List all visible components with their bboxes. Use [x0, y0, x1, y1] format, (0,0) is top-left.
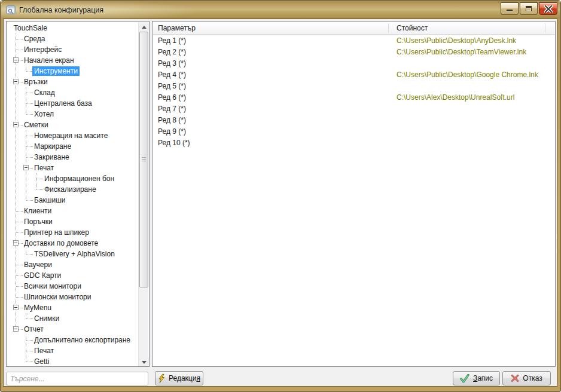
tree-item-label[interactable]: Сметки — [22, 120, 50, 130]
tree-item-label[interactable]: Фискализиране — [42, 185, 98, 194]
table-row[interactable]: Ред 5 (*) — [153, 81, 554, 92]
tree-item-label[interactable]: Всички монитори — [22, 281, 83, 291]
table-row[interactable]: Ред 9 (*) — [153, 126, 554, 137]
tree-item[interactable]: MyMenu — [7, 302, 138, 313]
tree-item[interactable]: Фискализиране — [7, 184, 138, 195]
tree-item[interactable]: Допълнително експортиране — [7, 335, 138, 345]
tree-item-label[interactable]: Хотел — [32, 109, 56, 119]
cancel-button[interactable]: Отказ — [502, 371, 551, 385]
tree-item-label[interactable]: MyMenu — [22, 303, 53, 313]
table-row[interactable]: Ред 6 (*)C:\Users\Alex\Desktop\UnrealSof… — [153, 92, 554, 103]
tree-item[interactable]: Принтер на шпикер — [7, 227, 138, 238]
tree-item-label[interactable]: Бакшиши — [32, 195, 67, 205]
column-separator[interactable] — [545, 23, 545, 33]
tree-item[interactable]: Номерация на масите — [7, 130, 138, 141]
expander-minus-icon[interactable] — [13, 326, 19, 332]
table-row[interactable]: Ред 7 (*) — [153, 103, 554, 115]
column-header-value[interactable]: Стойност — [397, 24, 428, 32]
minimize-button[interactable] — [501, 2, 519, 15]
tree-item-label[interactable]: Печат — [32, 163, 56, 173]
expander-minus-icon[interactable] — [13, 122, 19, 127]
tree-item[interactable]: Печат — [7, 345, 138, 356]
tree-item[interactable]: Хотел — [7, 109, 138, 120]
tree-item[interactable]: Централена база — [7, 98, 138, 109]
value-cell[interactable]: C:\Users\Public\Desktop\AnyDesk.lnk — [397, 36, 516, 45]
tree-item-label[interactable]: Принтер на шпикер — [22, 228, 91, 237]
tree-item-label[interactable]: Клиенти — [22, 206, 53, 216]
tree-item[interactable]: Шпионски монитори — [7, 292, 138, 302]
value-cell[interactable]: C:\Users\Alex\Desktop\UnrealSoft.url — [397, 93, 514, 102]
close-button[interactable] — [539, 2, 557, 15]
edit-button[interactable]: Редакция — [155, 371, 203, 385]
tree-item-label[interactable]: TSDelivery + AlphaVision — [32, 249, 117, 259]
param-cell[interactable]: Ред 7 (*) — [158, 105, 186, 113]
tree-item-label[interactable]: Доставки по домовете — [22, 238, 100, 248]
tree-item-label[interactable]: Маркиране — [32, 142, 73, 151]
scroll-up-button[interactable] — [139, 22, 149, 32]
tree-item-label[interactable]: Номерация на масите — [32, 131, 109, 140]
expander-minus-icon[interactable] — [13, 57, 19, 63]
tree-item-label[interactable]: Допълнително експортиране — [32, 335, 132, 345]
tree-item[interactable]: Ваучери — [7, 259, 138, 270]
tree-item[interactable]: Инструменти — [7, 66, 138, 76]
tree-item-label[interactable]: Среда — [22, 34, 47, 44]
table-row[interactable]: Ред 2 (*)C:\Users\Public\Desktop\TeamVie… — [153, 47, 554, 58]
tree-item-label[interactable]: GDC Карти — [22, 271, 63, 280]
param-cell[interactable]: Ред 5 (*) — [158, 82, 186, 90]
tree-item[interactable]: Снимки — [7, 313, 138, 324]
tree-item[interactable]: Закриване — [7, 152, 138, 163]
param-cell[interactable]: Ред 4 (*) — [158, 71, 186, 79]
table-row[interactable]: Ред 10 (*) — [153, 137, 554, 149]
table-row[interactable]: Ред 4 (*)C:\Users\Public\Desktop\Google … — [153, 69, 554, 81]
tree-item[interactable]: Печат — [7, 163, 138, 173]
tree-item-label[interactable]: Информационен бон — [42, 174, 116, 183]
tree-item[interactable]: Интерфейс — [7, 44, 138, 55]
tree-item[interactable]: Информационен бон — [7, 173, 138, 184]
param-cell[interactable]: Ред 3 (*) — [158, 59, 186, 68]
expander-minus-icon[interactable] — [13, 305, 19, 310]
expander-minus-icon[interactable] — [13, 79, 19, 84]
tree-item-label[interactable]: Централена база — [32, 99, 94, 108]
column-header-parameter[interactable]: Параметър — [158, 24, 196, 32]
expander-minus-icon[interactable] — [23, 165, 29, 170]
param-cell[interactable]: Ред 10 (*) — [158, 139, 190, 147]
tree-item-label[interactable]: Ваучери — [22, 260, 54, 270]
value-cell[interactable]: C:\Users\Public\Desktop\TeamViewer.lnk — [397, 48, 526, 56]
column-separator[interactable] — [388, 23, 389, 33]
param-cell[interactable]: Ред 6 (*) — [158, 93, 186, 102]
tree-item-label[interactable]: Интерфейс — [22, 45, 63, 54]
tree-item[interactable]: Getti — [7, 356, 138, 367]
tree-item[interactable]: Доставки по домовете — [7, 238, 138, 249]
title-bar[interactable]: Глобална конфигурация — [1, 1, 560, 19]
param-cell[interactable]: Ред 9 (*) — [158, 127, 186, 136]
tree-item[interactable]: Всички монитори — [7, 281, 138, 292]
tree-item[interactable]: GDC Карти — [7, 270, 138, 281]
expander-minus-icon[interactable] — [13, 240, 19, 246]
tree-item[interactable]: Склад — [7, 87, 138, 98]
scroll-down-button[interactable] — [139, 357, 149, 367]
save-button[interactable]: Запис — [453, 371, 500, 385]
tree-item[interactable]: Сметки — [7, 120, 138, 130]
tree-item[interactable]: Бакшиши — [7, 195, 138, 206]
tree-item[interactable]: TouchSale — [7, 23, 138, 33]
scrollbar-thumb[interactable] — [139, 32, 148, 287]
table-row[interactable]: Ред 8 (*) — [153, 115, 554, 126]
tree-item-label[interactable]: Връзки — [22, 77, 50, 87]
tree-item-label[interactable]: Поръчки — [22, 217, 54, 226]
param-cell[interactable]: Ред 8 (*) — [158, 116, 186, 124]
tree-item[interactable]: Клиенти — [7, 206, 138, 216]
tree-item-label[interactable]: TouchSale — [12, 23, 49, 33]
tree-scrollbar[interactable] — [138, 22, 148, 367]
tree-item[interactable]: Начален екран — [7, 55, 138, 66]
tree-item[interactable]: Поръчки — [7, 216, 138, 227]
tree-item-label[interactable]: Шпионски монитори — [22, 292, 93, 302]
search-input[interactable] — [6, 372, 148, 385]
tree-item-label[interactable]: Снимки — [32, 314, 61, 323]
param-cell[interactable]: Ред 1 (*) — [158, 36, 186, 45]
table-row[interactable]: Ред 3 (*) — [153, 58, 554, 69]
tree-item-label[interactable]: Закриване — [32, 152, 71, 162]
tree-item[interactable]: TSDelivery + AlphaVision — [7, 249, 138, 259]
tree-item-label[interactable]: Отчет — [22, 324, 45, 334]
tree-item-label[interactable]: Начален екран — [22, 56, 76, 65]
tree-item-label[interactable]: Печат — [32, 346, 56, 356]
